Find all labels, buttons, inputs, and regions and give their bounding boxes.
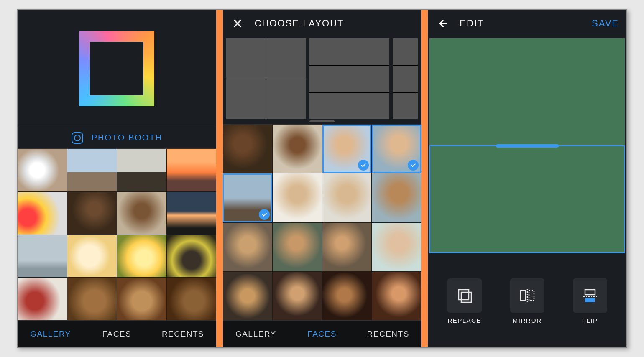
faces-thumb[interactable] <box>273 173 322 222</box>
tab-recents[interactable]: RECENTS <box>150 321 216 347</box>
tab-recents[interactable]: RECENTS <box>355 321 421 347</box>
tab-gallery[interactable]: GALLERY <box>18 321 84 347</box>
svg-rect-0 <box>459 290 469 300</box>
svg-rect-1 <box>461 292 471 302</box>
faces-thumb[interactable] <box>273 272 322 320</box>
tab-faces[interactable]: FACES <box>84 321 150 347</box>
faces-thumb[interactable] <box>372 272 421 320</box>
gallery-thumb[interactable] <box>117 235 166 278</box>
faces-thumb[interactable] <box>223 272 272 320</box>
screen-home: PHOTO BOOTH GALLERY FACES RECENTS <box>18 10 216 347</box>
svg-rect-2 <box>521 291 526 301</box>
header: CHOOSE LAYOUT <box>223 10 422 37</box>
gallery-thumb[interactable] <box>67 235 117 278</box>
splitter-handle-icon[interactable] <box>496 144 559 148</box>
layout-cell-top[interactable] <box>429 38 625 145</box>
header-title: EDIT <box>460 18 484 29</box>
tool-replace[interactable]: REPLACE <box>442 278 488 324</box>
layout-option-column[interactable] <box>393 38 418 119</box>
gallery-thumb[interactable] <box>67 149 117 191</box>
layout-option-grid[interactable] <box>226 38 306 119</box>
mirror-icon <box>510 278 544 313</box>
tab-gallery[interactable]: GALLERY <box>223 321 289 347</box>
tab-faces[interactable]: FACES <box>289 321 355 347</box>
gallery-thumb[interactable] <box>67 278 117 320</box>
gallery-thumb[interactable] <box>18 192 67 235</box>
edit-toolbar: REPLACE MIRROR FLI <box>428 255 626 347</box>
gallery-thumb[interactable] <box>18 278 67 320</box>
layout-options-row <box>223 37 422 125</box>
gallery-thumb[interactable] <box>167 235 216 278</box>
gallery-thumb[interactable] <box>18 149 67 191</box>
faces-thumb[interactable] <box>223 223 272 271</box>
svg-rect-4 <box>529 291 534 301</box>
gallery-thumb[interactable] <box>167 192 216 235</box>
gallery-thumb[interactable] <box>167 149 216 191</box>
faces-thumb[interactable] <box>372 223 421 271</box>
flip-icon <box>573 278 607 313</box>
faces-thumb[interactable] <box>223 125 272 173</box>
tool-label: REPLACE <box>447 317 481 324</box>
faces-thumb[interactable] <box>273 125 322 173</box>
gallery-thumb[interactable] <box>117 149 166 191</box>
gallery-thumb[interactable] <box>18 235 67 278</box>
tool-mirror[interactable]: MIRROR <box>504 278 550 324</box>
layout-app-logo <box>79 31 154 106</box>
selected-check-icon <box>358 160 369 171</box>
faces-thumb[interactable] <box>223 173 272 222</box>
drag-handle-icon[interactable] <box>309 120 335 122</box>
logo-area <box>18 10 216 127</box>
gallery-grid <box>18 149 216 347</box>
three-screen-frame: PHOTO BOOTH GALLERY FACES RECENTS <box>17 9 627 348</box>
header-title: CHOOSE LAYOUT <box>255 18 344 29</box>
layout-option-rows[interactable] <box>309 38 389 119</box>
tabbar: GALLERY FACES RECENTS <box>18 320 216 347</box>
faces-thumb[interactable] <box>322 272 372 320</box>
photo-booth-button[interactable]: PHOTO BOOTH <box>18 127 216 149</box>
screen-choose-layout: CHOOSE LAYOUT <box>223 10 422 347</box>
photo-booth-label: PHOTO BOOTH <box>92 133 162 143</box>
gallery-thumb[interactable] <box>117 192 166 235</box>
back-arrow-icon[interactable] <box>435 16 450 31</box>
edit-canvas <box>429 38 625 253</box>
selected-check-icon <box>259 209 270 220</box>
tool-label: FLIP <box>582 317 598 324</box>
faces-thumb[interactable] <box>322 223 372 271</box>
faces-thumb[interactable] <box>322 125 372 173</box>
screen-edit: EDIT SAVE REPLACE <box>428 10 626 347</box>
gallery-thumb[interactable] <box>167 278 216 320</box>
svg-rect-5 <box>585 290 595 295</box>
replace-icon <box>447 278 482 313</box>
svg-rect-7 <box>585 298 595 302</box>
camera-icon <box>72 132 83 144</box>
faces-thumb[interactable] <box>372 173 421 222</box>
selected-check-icon <box>408 160 419 171</box>
faces-thumb[interactable] <box>372 125 421 173</box>
tabbar: GALLERY FACES RECENTS <box>223 320 422 347</box>
header: EDIT SAVE <box>428 10 626 37</box>
faces-grid <box>223 125 422 347</box>
layout-cell-bottom[interactable] <box>429 145 625 253</box>
faces-thumb[interactable] <box>322 173 372 222</box>
faces-thumb[interactable] <box>273 223 322 271</box>
gallery-thumb[interactable] <box>117 278 166 320</box>
tool-label: MIRROR <box>513 317 542 324</box>
gallery-thumb[interactable] <box>67 192 117 235</box>
save-button[interactable]: SAVE <box>592 18 619 29</box>
tool-flip[interactable]: FLIP <box>567 278 613 324</box>
close-icon[interactable] <box>230 16 245 31</box>
